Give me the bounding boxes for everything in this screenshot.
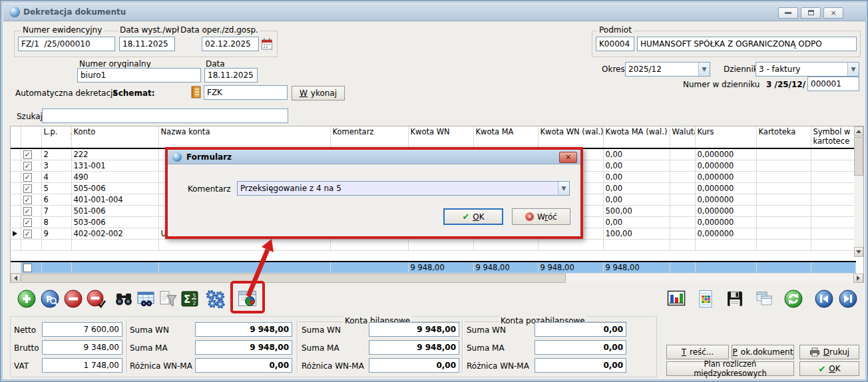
- schemat-input[interactable]: [204, 85, 288, 100]
- cell-checkbox: ✓: [21, 160, 41, 172]
- printer-icon: [809, 347, 820, 357]
- pok-dokument-button[interactable]: Pok.dokument: [732, 345, 794, 359]
- cell-kurs: 0,000000: [695, 194, 756, 206]
- row-checkbox[interactable]: ✓: [23, 230, 32, 238]
- summary-checkbox[interactable]: [23, 264, 32, 272]
- first-record-icon: [814, 289, 834, 309]
- dialog-close-button[interactable]: ✕: [559, 152, 577, 163]
- col-kurs[interactable]: Kurs: [695, 126, 756, 148]
- cell-lp: 9: [41, 228, 71, 240]
- search-button[interactable]: [112, 287, 135, 311]
- data-input[interactable]: [204, 68, 258, 83]
- chevron-down-icon[interactable]: ▼: [558, 182, 569, 195]
- restore-button[interactable]: [801, 7, 821, 19]
- podmiot-code-input[interactable]: [596, 37, 634, 51]
- data-oper-input[interactable]: [202, 37, 259, 51]
- window-titlebar[interactable]: Dekretacja dokumentu ×: [3, 3, 866, 21]
- col-kwota-wn-wal[interactable]: Kwota WN (wal.): [538, 126, 603, 148]
- okres-select[interactable]: 2025/12 ▼: [625, 62, 710, 77]
- drukuj-button[interactable]: Drukuj: [799, 345, 859, 359]
- add-icon: [17, 289, 37, 309]
- cell-konto: 402-002-002: [71, 228, 158, 240]
- scroll-up-button[interactable]: [854, 126, 863, 136]
- grid-summary-row: 9 948,00 9 948,00 9 948,00 9 948,00: [11, 261, 856, 274]
- preview-icon: P: [40, 289, 60, 309]
- calendar-button[interactable]: [261, 37, 273, 53]
- col-kwota-ma-wal[interactable]: Kwota MA (wal.): [603, 126, 670, 148]
- komentarz-combobox[interactable]: Przeksięgowanie z 4 na 5 ▼: [237, 181, 570, 196]
- cell-symbol: [811, 228, 855, 240]
- plan-rozliczen-button[interactable]: Plan rozliczeń międzyokresowych: [666, 361, 794, 376]
- numer-oryginalny-input[interactable]: [77, 68, 201, 83]
- row-checkbox[interactable]: ✓: [23, 162, 32, 170]
- settings-button[interactable]: [204, 287, 226, 311]
- dziennik-select[interactable]: 3 - faktury ▼: [756, 62, 859, 77]
- schemat-lookup-button[interactable]: [191, 86, 201, 100]
- export-button[interactable]: [694, 287, 717, 311]
- row-checkbox[interactable]: ✓: [23, 207, 32, 216]
- vertical-scrollbar[interactable]: [854, 126, 863, 257]
- delete-button[interactable]: [62, 287, 85, 311]
- cell-waluta: [670, 172, 695, 183]
- col-nazwa-konta[interactable]: Nazwa konta: [158, 126, 330, 148]
- horizontal-scroll-thumb[interactable]: [21, 274, 566, 283]
- close-button[interactable]: ×: [823, 7, 843, 19]
- horizontal-scrollbar[interactable]: [11, 274, 863, 283]
- col-komentarz[interactable]: Komentarz: [330, 126, 408, 148]
- numer-w-dzienniku-input[interactable]: [807, 77, 859, 91]
- summary-kwota-ma-wal: 9 948,00: [603, 262, 670, 274]
- chevron-down-icon[interactable]: ▼: [698, 63, 710, 76]
- col-kartoteka[interactable]: Kartoteka: [756, 126, 811, 148]
- pozabilansowe-suma-wn: 0,00: [535, 322, 626, 337]
- copy-button[interactable]: [753, 287, 775, 311]
- check-icon: ✔: [462, 212, 469, 222]
- search-icon: [114, 289, 134, 309]
- row-checkbox[interactable]: ✓: [23, 218, 32, 227]
- save-button[interactable]: [724, 287, 746, 311]
- podmiot-name-input[interactable]: [637, 37, 857, 51]
- col-checkbox[interactable]: [21, 126, 41, 148]
- chart-button[interactable]: [665, 287, 688, 311]
- scroll-left-button[interactable]: [11, 274, 21, 283]
- col-waluta[interactable]: Waluta: [670, 126, 695, 148]
- data-wyst-input[interactable]: [119, 37, 175, 51]
- last-record-button[interactable]: [837, 287, 859, 311]
- minimize-button[interactable]: [778, 7, 798, 19]
- col-lp[interactable]: L.p. AZ: [41, 126, 71, 148]
- cell-selector: [11, 183, 21, 194]
- dialog-wroc-button[interactable]: ✕ Wróć: [512, 208, 570, 225]
- preview-button[interactable]: P: [39, 287, 61, 311]
- scroll-right-button[interactable]: [853, 274, 863, 283]
- automatyczna-dekretacja-label: Automatyczna dekretacja: [15, 89, 118, 98]
- numer-ewidencyjny-input[interactable]: [18, 37, 115, 51]
- add-button[interactable]: [15, 287, 38, 311]
- col-symbol[interactable]: Symbol w kartotece: [811, 126, 855, 148]
- chevron-down-icon[interactable]: ▼: [847, 63, 859, 76]
- tresc-button[interactable]: Treść...: [666, 345, 729, 359]
- filter-icon: [158, 289, 178, 309]
- dialog-ok-button[interactable]: ✔ OK: [443, 208, 503, 225]
- col-kwota-ma[interactable]: Kwota MA: [473, 126, 538, 148]
- wykonaj-button[interactable]: Wykonaj: [292, 86, 345, 100]
- refresh-button[interactable]: [782, 287, 805, 311]
- col-kwota-wn[interactable]: Kwota WN: [408, 126, 473, 148]
- row-checkbox[interactable]: ✓: [23, 196, 32, 204]
- row-checkbox[interactable]: ✓: [23, 150, 32, 159]
- cell-kurs: 0,000000: [695, 228, 756, 240]
- col-konto[interactable]: Konto: [71, 126, 158, 148]
- aggregate-icon: Σ52: [180, 289, 200, 309]
- cell-kurs: 0,000000: [695, 206, 756, 217]
- first-record-button[interactable]: [813, 287, 835, 311]
- row-checkbox[interactable]: ✓: [23, 184, 32, 193]
- suma-wn-label: Suma WN: [130, 325, 169, 335]
- filter-button[interactable]: [156, 287, 179, 311]
- aggregate-button[interactable]: Σ52: [178, 287, 201, 311]
- ok-button[interactable]: ✔ OK: [799, 361, 859, 376]
- row-checkbox[interactable]: ✓: [23, 173, 32, 182]
- scroll-down-button[interactable]: [854, 247, 863, 257]
- dialog-titlebar[interactable]: Formularz ✕: [168, 150, 580, 164]
- search-table-button[interactable]: [134, 287, 157, 311]
- delete-selected-button[interactable]: [85, 287, 108, 311]
- szukaj-input[interactable]: [42, 108, 288, 123]
- vertical-scroll-thumb[interactable]: [854, 137, 863, 176]
